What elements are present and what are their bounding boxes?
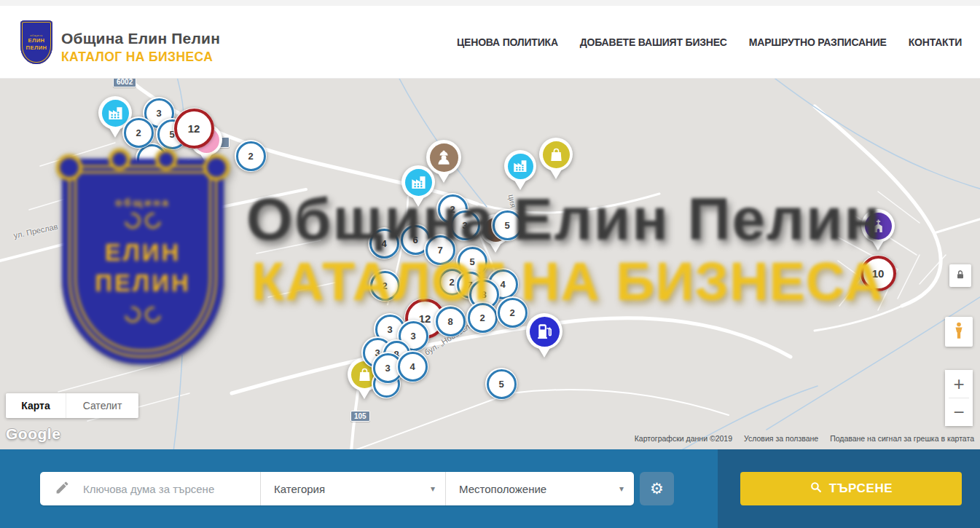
- cluster-count: 2: [236, 141, 266, 171]
- brand-title: Община Елин Пелин: [61, 30, 220, 47]
- map-type-satellite-button[interactable]: Сателит: [66, 393, 138, 418]
- cluster-count: 8: [436, 307, 466, 336]
- cluster-marker[interactable]: 4: [396, 350, 428, 382]
- cluster-marker[interactable]: 2: [466, 302, 498, 334]
- header: община ЕЛИН ПЕЛИН Община Елин Пелин КАТА…: [0, 6, 980, 79]
- cluster-marker[interactable]: 12: [173, 108, 214, 149]
- brand-subtitle: КАТАЛОГ НА БИЗНЕСА: [61, 50, 220, 65]
- search-bar-right: ТЪРСЕНЕ: [718, 449, 980, 528]
- map-type-map-button[interactable]: Карта: [6, 393, 66, 418]
- brand-logo[interactable]: община ЕЛИН ПЕЛИН Община Елин Пелин КАТА…: [20, 20, 220, 65]
- fuel-pin[interactable]: [526, 313, 562, 350]
- factory-pin[interactable]: [504, 150, 536, 182]
- street-view-pegman[interactable]: [945, 317, 973, 347]
- church-pin[interactable]: [861, 209, 895, 243]
- fuel-icon: [530, 317, 560, 347]
- cluster-count: 3: [450, 210, 480, 240]
- report-map-error-link[interactable]: Подаване на сигнал за грешка в картата: [830, 434, 974, 443]
- cluster-count: 7: [426, 235, 455, 265]
- category-select[interactable]: Категория ▾: [261, 472, 446, 505]
- search-bar: Категория ▾ Местоположение ▾ ⚙ ТЪРСЕНЕ: [0, 449, 980, 528]
- cluster-count: 2: [370, 271, 400, 301]
- road-number-badge: 6002: [113, 79, 136, 87]
- cluster-marker[interactable]: 5: [485, 368, 517, 400]
- chevron-down-icon: ▾: [619, 484, 624, 494]
- zoom-control: + −: [945, 370, 973, 426]
- lock-icon: [954, 269, 966, 283]
- zoom-out-button[interactable]: −: [945, 398, 973, 426]
- pin-head: [504, 150, 536, 182]
- pin-head: [539, 138, 573, 171]
- gear-icon: ⚙: [650, 480, 664, 497]
- cluster-marker[interactable]: 2: [369, 269, 401, 302]
- terms-of-use-link[interactable]: Условия за ползване: [744, 434, 818, 443]
- cluster-count: 2: [124, 118, 154, 148]
- map-type-control: Карта Сателит: [6, 393, 138, 418]
- category-select-value: Категория: [274, 483, 325, 495]
- pencil-icon: [55, 480, 70, 498]
- keyword-section: [40, 472, 261, 505]
- pin-head: [526, 313, 562, 350]
- nav-item-route-schedule[interactable]: МАРШРУТНО РАЗПИСАНИЕ: [749, 36, 887, 48]
- zoom-in-button[interactable]: +: [945, 370, 973, 398]
- cluster-marker[interactable]: 5: [491, 209, 523, 241]
- cluster-marker[interactable]: 2: [496, 296, 528, 328]
- cluster-marker[interactable]: 10: [860, 255, 896, 291]
- cluster-marker[interactable]: 4: [368, 227, 400, 259]
- logo-text-line2: ПЕЛИН: [26, 44, 47, 51]
- cluster-marker[interactable]: 7: [424, 234, 456, 266]
- nav-item-add-business[interactable]: ДОБАВЕТЕ ВАШИЯТ БИЗНЕС: [580, 36, 727, 48]
- pin-head: [861, 209, 895, 243]
- nav-item-contacts[interactable]: КОНТАКТИ: [909, 36, 962, 48]
- pin-head: [401, 165, 435, 199]
- factory-icon: [102, 100, 129, 127]
- cluster-marker[interactable]: 2: [122, 117, 154, 149]
- bag-icon: [543, 141, 570, 168]
- advanced-search-button[interactable]: ⚙: [640, 472, 674, 505]
- factory-icon: [508, 154, 533, 179]
- search-input-group: Категория ▾ Местоположение ▾: [40, 472, 634, 505]
- cluster-count: 2: [468, 303, 498, 333]
- cluster-count: 4: [369, 229, 399, 259]
- search-icon: [810, 481, 822, 497]
- keyword-search-input[interactable]: [82, 473, 260, 504]
- location-select-value: Местоположение: [459, 483, 546, 495]
- cluster-marker[interactable]: 2: [235, 140, 267, 172]
- road-number-badge: 105: [350, 411, 370, 422]
- search-button-label: ТЪРСЕНЕ: [829, 481, 893, 496]
- factory-pin[interactable]: [401, 165, 435, 199]
- google-logo[interactable]: Google: [6, 425, 60, 443]
- search-bar-left: Категория ▾ Местоположение ▾ ⚙: [0, 449, 718, 528]
- main-nav: ЦЕНОВА ПОЛИТИКА ДОБАВЕТЕ ВАШИЯТ БИЗНЕС М…: [457, 6, 962, 79]
- cluster-count: 2: [498, 298, 528, 328]
- chevron-down-icon: ▾: [431, 484, 435, 494]
- logo-text-line1: ЕЛИН: [26, 37, 47, 44]
- cluster-marker[interactable]: 3: [449, 209, 481, 241]
- factory-icon: [405, 169, 432, 196]
- nav-item-pricing[interactable]: ЦЕНОВА ПОЛИТИКА: [457, 36, 558, 48]
- top-strip: [0, 0, 980, 6]
- cluster-count: 5: [487, 369, 517, 399]
- search-submit-button[interactable]: ТЪРСЕНЕ: [740, 472, 962, 505]
- cluster-count: 4: [398, 352, 428, 382]
- municipality-crest-logo: община ЕЛИН ПЕЛИН: [20, 20, 52, 64]
- church-icon: [865, 213, 892, 240]
- bag-pin[interactable]: [539, 138, 573, 171]
- map-attribution: Картографски данни ©2019 Условия за полз…: [635, 434, 974, 443]
- google-map[interactable]: ул. Преславбул. „Новоселция 6002105 3251…: [0, 79, 980, 449]
- attribution-copyright: Картографски данни ©2019: [635, 434, 732, 443]
- cluster-count: 10: [861, 256, 896, 291]
- location-select[interactable]: Местоположение ▾: [446, 472, 634, 505]
- lock-control[interactable]: [949, 264, 971, 287]
- cluster-count: 12: [174, 109, 214, 149]
- cluster-marker[interactable]: 8: [434, 305, 466, 337]
- cluster-count: 5: [493, 210, 522, 240]
- pegman-icon: [949, 320, 968, 344]
